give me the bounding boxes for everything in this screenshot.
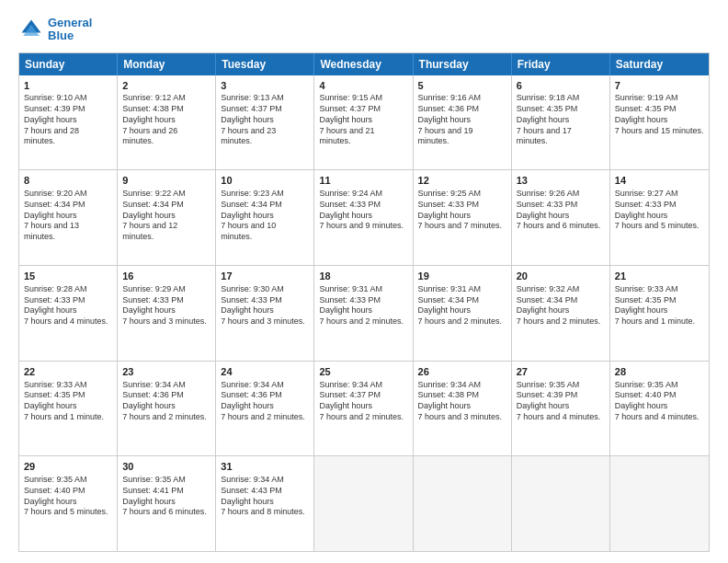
cell-info: Sunrise: 9:23 AMSunset: 4:34 PMDaylight … bbox=[221, 189, 309, 242]
calendar-cell: 23Sunrise: 9:34 AMSunset: 4:36 PMDayligh… bbox=[118, 362, 216, 456]
day-number: 11 bbox=[319, 174, 407, 188]
day-number: 15 bbox=[24, 270, 112, 283]
cell-info: Sunrise: 9:22 AMSunset: 4:34 PMDaylight … bbox=[122, 189, 210, 242]
cell-info: Sunrise: 9:31 AMSunset: 4:34 PMDaylight … bbox=[418, 284, 506, 327]
day-number: 31 bbox=[221, 460, 309, 474]
day-number: 19 bbox=[418, 270, 506, 283]
calendar-cell: 1Sunrise: 9:10 AMSunset: 4:39 PMDaylight… bbox=[19, 75, 118, 170]
calendar-cell: 24Sunrise: 9:34 AMSunset: 4:36 PMDayligh… bbox=[216, 362, 314, 456]
calendar-cell bbox=[512, 456, 610, 551]
cell-info: Sunrise: 9:16 AMSunset: 4:36 PMDaylight … bbox=[418, 93, 506, 146]
calendar-cell: 19Sunrise: 9:31 AMSunset: 4:34 PMDayligh… bbox=[414, 266, 512, 361]
day-number: 13 bbox=[517, 174, 605, 188]
header-day-sunday: Sunday bbox=[19, 53, 118, 75]
calendar-cell: 7Sunrise: 9:19 AMSunset: 4:35 PMDaylight… bbox=[610, 75, 709, 170]
calendar-cell: 10Sunrise: 9:23 AMSunset: 4:34 PMDayligh… bbox=[216, 170, 314, 265]
day-number: 23 bbox=[122, 365, 210, 379]
calendar-body: 1Sunrise: 9:10 AMSunset: 4:39 PMDaylight… bbox=[19, 75, 709, 551]
calendar-cell bbox=[314, 456, 413, 551]
header: General Blue bbox=[18, 17, 710, 43]
day-number: 10 bbox=[221, 174, 309, 188]
day-number: 20 bbox=[517, 270, 605, 283]
cell-info: Sunrise: 9:19 AMSunset: 4:35 PMDaylight … bbox=[615, 93, 704, 136]
calendar-cell: 28Sunrise: 9:35 AMSunset: 4:40 PMDayligh… bbox=[610, 362, 709, 456]
day-number: 26 bbox=[418, 365, 506, 379]
calendar-cell: 25Sunrise: 9:34 AMSunset: 4:37 PMDayligh… bbox=[314, 362, 413, 456]
cell-info: Sunrise: 9:13 AMSunset: 4:37 PMDaylight … bbox=[221, 93, 309, 146]
calendar-row-2: 8Sunrise: 9:20 AMSunset: 4:34 PMDaylight… bbox=[19, 169, 709, 265]
calendar-cell: 18Sunrise: 9:31 AMSunset: 4:33 PMDayligh… bbox=[314, 266, 413, 361]
day-number: 5 bbox=[418, 79, 506, 93]
calendar-cell bbox=[414, 456, 512, 551]
cell-info: Sunrise: 9:35 AMSunset: 4:41 PMDaylight … bbox=[122, 475, 210, 518]
calendar-cell: 4Sunrise: 9:15 AMSunset: 4:37 PMDaylight… bbox=[314, 75, 413, 170]
calendar-cell: 6Sunrise: 9:18 AMSunset: 4:35 PMDaylight… bbox=[512, 75, 610, 170]
calendar-row-1: 1Sunrise: 9:10 AMSunset: 4:39 PMDaylight… bbox=[19, 75, 709, 170]
calendar-cell bbox=[610, 456, 709, 551]
header-day-friday: Friday bbox=[512, 53, 610, 75]
calendar-cell: 30Sunrise: 9:35 AMSunset: 4:41 PMDayligh… bbox=[118, 456, 216, 551]
calendar-cell: 26Sunrise: 9:34 AMSunset: 4:38 PMDayligh… bbox=[414, 362, 512, 456]
cell-info: Sunrise: 9:34 AMSunset: 4:37 PMDaylight … bbox=[319, 380, 407, 423]
cell-info: Sunrise: 9:28 AMSunset: 4:33 PMDaylight … bbox=[24, 284, 112, 327]
cell-info: Sunrise: 9:10 AMSunset: 4:39 PMDaylight … bbox=[24, 93, 112, 146]
calendar-row-4: 22Sunrise: 9:33 AMSunset: 4:35 PMDayligh… bbox=[19, 361, 709, 456]
calendar-cell: 13Sunrise: 9:26 AMSunset: 4:33 PMDayligh… bbox=[512, 170, 610, 265]
calendar-row-3: 15Sunrise: 9:28 AMSunset: 4:33 PMDayligh… bbox=[19, 265, 709, 361]
header-day-monday: Monday bbox=[118, 53, 216, 75]
cell-info: Sunrise: 9:31 AMSunset: 4:33 PMDaylight … bbox=[319, 284, 407, 327]
calendar-cell: 14Sunrise: 9:27 AMSunset: 4:33 PMDayligh… bbox=[610, 170, 709, 265]
header-day-tuesday: Tuesday bbox=[216, 53, 314, 75]
calendar-cell: 31Sunrise: 9:34 AMSunset: 4:43 PMDayligh… bbox=[216, 456, 314, 551]
day-number: 17 bbox=[221, 270, 309, 283]
day-number: 6 bbox=[517, 79, 605, 93]
day-number: 9 bbox=[122, 174, 210, 188]
cell-info: Sunrise: 9:33 AMSunset: 4:35 PMDaylight … bbox=[24, 380, 112, 423]
calendar-cell: 27Sunrise: 9:35 AMSunset: 4:39 PMDayligh… bbox=[512, 362, 610, 456]
cell-info: Sunrise: 9:18 AMSunset: 4:35 PMDaylight … bbox=[517, 93, 605, 146]
cell-info: Sunrise: 9:25 AMSunset: 4:33 PMDaylight … bbox=[418, 189, 506, 232]
day-number: 24 bbox=[221, 365, 309, 379]
cell-info: Sunrise: 9:20 AMSunset: 4:34 PMDaylight … bbox=[24, 189, 112, 242]
day-number: 21 bbox=[615, 270, 704, 283]
cell-info: Sunrise: 9:33 AMSunset: 4:35 PMDaylight … bbox=[615, 284, 704, 327]
day-number: 3 bbox=[221, 79, 309, 93]
cell-info: Sunrise: 9:35 AMSunset: 4:40 PMDaylight … bbox=[615, 380, 704, 423]
calendar-cell: 17Sunrise: 9:30 AMSunset: 4:33 PMDayligh… bbox=[216, 266, 314, 361]
header-day-saturday: Saturday bbox=[610, 53, 709, 75]
calendar-cell: 8Sunrise: 9:20 AMSunset: 4:34 PMDaylight… bbox=[19, 170, 118, 265]
day-number: 14 bbox=[615, 174, 704, 188]
day-number: 2 bbox=[122, 79, 210, 93]
calendar-row-5: 29Sunrise: 9:35 AMSunset: 4:40 PMDayligh… bbox=[19, 455, 709, 551]
day-number: 7 bbox=[615, 79, 704, 93]
day-number: 1 bbox=[24, 79, 112, 93]
calendar-cell: 5Sunrise: 9:16 AMSunset: 4:36 PMDaylight… bbox=[414, 75, 512, 170]
cell-info: Sunrise: 9:34 AMSunset: 4:38 PMDaylight … bbox=[418, 380, 506, 423]
calendar-cell: 21Sunrise: 9:33 AMSunset: 4:35 PMDayligh… bbox=[610, 266, 709, 361]
cell-info: Sunrise: 9:34 AMSunset: 4:36 PMDaylight … bbox=[122, 380, 210, 423]
calendar-header: SundayMondayTuesdayWednesdayThursdayFrid… bbox=[19, 53, 709, 75]
cell-info: Sunrise: 9:27 AMSunset: 4:33 PMDaylight … bbox=[615, 189, 704, 232]
day-number: 12 bbox=[418, 174, 506, 188]
day-number: 28 bbox=[615, 365, 704, 379]
calendar-cell: 12Sunrise: 9:25 AMSunset: 4:33 PMDayligh… bbox=[414, 170, 512, 265]
calendar-cell: 20Sunrise: 9:32 AMSunset: 4:34 PMDayligh… bbox=[512, 266, 610, 361]
logo-text: General Blue bbox=[48, 17, 92, 43]
header-day-wednesday: Wednesday bbox=[314, 53, 413, 75]
calendar-cell: 16Sunrise: 9:29 AMSunset: 4:33 PMDayligh… bbox=[118, 266, 216, 361]
day-number: 25 bbox=[319, 365, 407, 379]
cell-info: Sunrise: 9:34 AMSunset: 4:36 PMDaylight … bbox=[221, 380, 309, 423]
cell-info: Sunrise: 9:29 AMSunset: 4:33 PMDaylight … bbox=[122, 284, 210, 327]
day-number: 27 bbox=[517, 365, 605, 379]
logo-icon bbox=[18, 17, 44, 42]
header-day-thursday: Thursday bbox=[414, 53, 512, 75]
day-number: 18 bbox=[319, 270, 407, 283]
calendar-cell: 9Sunrise: 9:22 AMSunset: 4:34 PMDaylight… bbox=[118, 170, 216, 265]
logo: General Blue bbox=[18, 17, 92, 43]
cell-info: Sunrise: 9:30 AMSunset: 4:33 PMDaylight … bbox=[221, 284, 309, 327]
page: General Blue SundayMondayTuesdayWednesda… bbox=[0, 0, 728, 563]
calendar-cell: 29Sunrise: 9:35 AMSunset: 4:40 PMDayligh… bbox=[19, 456, 118, 551]
day-number: 16 bbox=[122, 270, 210, 283]
calendar-cell: 22Sunrise: 9:33 AMSunset: 4:35 PMDayligh… bbox=[19, 362, 118, 456]
cell-info: Sunrise: 9:24 AMSunset: 4:33 PMDaylight … bbox=[319, 189, 407, 232]
